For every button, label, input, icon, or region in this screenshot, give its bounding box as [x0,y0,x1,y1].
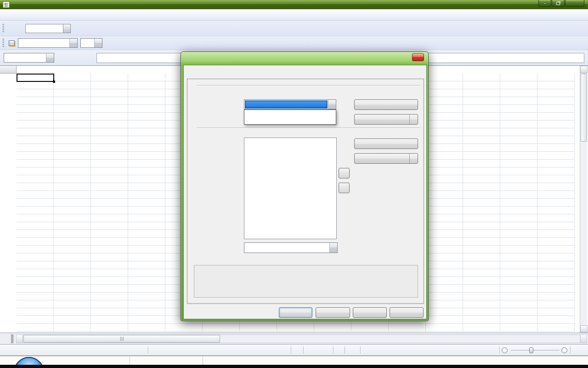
sum-status[interactable] [360,345,499,356]
back-button[interactable] [390,307,424,318]
name-box[interactable] [4,53,54,63]
standard-toolbar [0,21,588,36]
description-box [194,265,418,298]
zoom-slider-thumb[interactable] [529,347,533,353]
ok-button[interactable] [279,307,312,318]
menu-dropdown-list[interactable] [244,109,336,125]
fill-handle[interactable] [53,80,55,83]
styles-window-icon [7,39,16,47]
cell-reference [4,53,46,62]
app-icon [3,1,10,8]
menu-combo-dropdown-icon[interactable] [328,100,336,109]
font-name-combo[interactable] [18,38,78,48]
entries-listbox[interactable] [244,138,337,239]
move-up-button[interactable] [339,168,350,178]
menu-bar [0,9,588,21]
save-in-dropdown-icon[interactable] [329,243,337,253]
dialog-close-icon[interactable] [412,53,424,61]
menu-content-group-label [193,127,420,128]
scroll-down-icon[interactable] [580,325,588,333]
add-button[interactable] [354,138,418,149]
find-toolbar-overflow-icon[interactable] [80,23,86,34]
taskbar [0,356,588,368]
scroll-up-icon[interactable] [580,66,588,73]
cancel-button[interactable] [316,307,350,318]
horizontal-scrollbar[interactable] [16,334,587,343]
font-name-dropdown-icon[interactable] [69,39,77,47]
dialog-body [183,65,427,319]
function-icon[interactable] [82,53,93,63]
document-close-icon[interactable] [578,12,584,18]
menus-tab-panel [187,79,424,304]
column-headers [0,66,17,74]
find-toolbar [25,23,86,34]
menus-group-label [193,85,420,86]
title-bar [0,0,588,9]
toolbar-grip[interactable] [2,24,4,33]
save-in-value [244,243,329,253]
modify-button[interactable] [354,153,418,164]
toolbar-grip[interactable] [2,39,4,48]
vertical-scrollbar-thumb[interactable] [581,74,587,142]
font-name-value [18,39,69,47]
name-box-dropdown-icon[interactable] [46,53,54,62]
toolbar-overflow-icon[interactable] [7,23,13,34]
font-size-value [81,39,94,47]
customize-dialog [181,52,429,321]
horizontal-scrollbar-thumb[interactable] [23,335,220,343]
menu-combo-selection [245,100,328,109]
selected-cell[interactable] [17,74,54,82]
formatting-toolbar-overflow-icon[interactable] [107,38,113,48]
tab-splitter-handle[interactable] [11,334,13,343]
dialog-separator [187,305,424,305]
menu-button-dropdown-icon[interactable] [409,115,418,124]
vertical-scrollbar[interactable] [580,66,587,333]
status-bar [0,344,588,356]
formatting-toolbar [0,36,588,50]
close-button[interactable] [565,0,584,7]
find-input[interactable] [25,24,63,33]
save-in-combo[interactable] [244,242,338,253]
format-styles-button[interactable] [6,37,17,49]
font-size-combo[interactable] [80,38,102,48]
sheet-tab-bar [0,333,588,344]
scroll-left-icon[interactable] [17,335,23,343]
minimize-button[interactable] [538,0,551,7]
sum-icon[interactable] [69,53,80,63]
move-down-button[interactable] [339,183,350,193]
function-wizard-icon[interactable] [56,53,67,63]
find-dropdown-icon[interactable] [63,24,71,33]
font-size-dropdown-icon[interactable] [94,39,102,47]
selection-mode-status[interactable] [303,345,333,356]
modify-button-dropdown-icon[interactable] [409,154,418,163]
help-button[interactable] [353,307,387,318]
menu-button[interactable] [354,114,418,125]
zoom-slider-track[interactable] [511,350,560,351]
restore-button[interactable] [552,0,565,7]
zoom-out-icon[interactable] [502,347,508,353]
zoom-in-icon[interactable] [561,347,567,353]
scroll-right-icon[interactable] [580,335,587,343]
window-controls [538,0,584,7]
new-button[interactable] [354,99,418,110]
menu-combo[interactable] [244,99,336,109]
select-all-corner[interactable] [0,66,17,74]
